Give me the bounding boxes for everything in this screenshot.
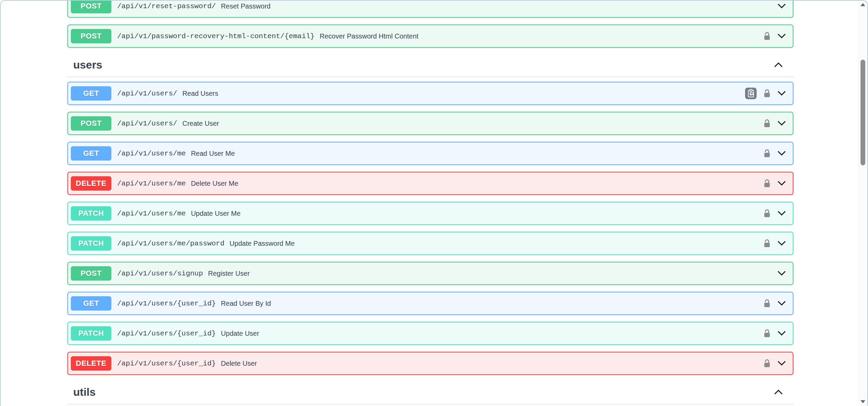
unlock-icon <box>763 89 771 98</box>
scroll-up-arrow-icon[interactable] <box>861 3 865 6</box>
endpoint-summary: Recover Password Html Content <box>320 32 419 40</box>
operation-row[interactable]: DELETE/api/v1/users/{user_id}Delete User <box>67 352 793 375</box>
chevron-up-icon <box>774 62 783 68</box>
authorize-lock-button[interactable] <box>763 209 771 218</box>
expand-operation-button[interactable] <box>777 361 786 366</box>
chevron-down-icon <box>777 331 786 336</box>
operation-controls <box>763 119 786 128</box>
chevron-down-icon <box>777 181 786 186</box>
unlock-icon <box>763 359 771 368</box>
operation-row[interactable]: POST/api/v1/reset-password/Reset Passwor… <box>67 0 793 18</box>
authorize-lock-button[interactable] <box>763 359 771 368</box>
section-header-utils[interactable]: utils <box>67 382 793 404</box>
collapse-section-button[interactable] <box>774 62 783 68</box>
method-badge: GET <box>71 296 111 311</box>
authorize-lock-button[interactable] <box>763 299 771 308</box>
expand-operation-button[interactable] <box>777 271 786 276</box>
expand-operation-button[interactable] <box>777 331 786 336</box>
endpoint-summary: Read Users <box>182 90 218 97</box>
method-badge: POST <box>71 116 111 131</box>
endpoint-path: /api/v1/users/ <box>117 90 177 97</box>
operation-controls <box>763 209 786 218</box>
api-docs-content: POST/api/v1/reset-password/Reset Passwor… <box>67 0 793 406</box>
method-badge: PATCH <box>71 326 111 341</box>
unlock-icon <box>763 329 771 338</box>
chevron-down-icon <box>777 151 786 156</box>
method-badge: PATCH <box>71 206 111 221</box>
authorize-lock-button[interactable] <box>763 119 771 128</box>
chevron-down-icon <box>777 241 786 246</box>
operation-controls <box>763 359 786 368</box>
authorize-lock-button[interactable] <box>763 239 771 248</box>
operation-controls <box>763 179 786 188</box>
method-badge: DELETE <box>71 356 111 371</box>
scrollbar-thumb[interactable] <box>861 60 865 165</box>
operation-controls <box>745 88 786 99</box>
endpoint-summary: Update User Me <box>191 210 241 217</box>
section-header-users[interactable]: users <box>67 55 793 77</box>
endpoint-path: /api/v1/users/{user_id} <box>117 360 216 367</box>
expand-operation-button[interactable] <box>777 33 786 39</box>
previous-section-operations: POST/api/v1/reset-password/Reset Passwor… <box>67 0 793 48</box>
expand-operation-button[interactable] <box>777 3 786 9</box>
endpoint-summary: Update Password Me <box>230 240 295 247</box>
unlock-icon <box>763 299 771 308</box>
expand-operation-button[interactable] <box>777 121 786 126</box>
operation-controls <box>777 3 786 9</box>
operation-row[interactable]: GET/api/v1/users/{user_id}Read User By I… <box>67 292 793 315</box>
chevron-down-icon <box>777 301 786 306</box>
method-badge: POST <box>71 0 111 13</box>
method-badge: POST <box>71 29 111 43</box>
method-badge: GET <box>71 86 111 101</box>
endpoint-summary: Read User Me <box>191 150 235 157</box>
endpoint-summary: Delete User <box>221 360 257 367</box>
method-badge: GET <box>71 146 111 161</box>
expand-operation-button[interactable] <box>777 151 786 156</box>
chevron-down-icon <box>777 361 786 366</box>
clipboard-copy-icon <box>745 88 757 99</box>
chevron-down-icon <box>777 121 786 126</box>
chevron-down-icon <box>777 271 786 276</box>
operation-row[interactable]: POST/api/v1/users/signupRegister User <box>67 262 793 285</box>
scroll-down-arrow-icon[interactable] <box>861 400 865 403</box>
unlock-icon <box>763 149 771 158</box>
chevron-down-icon <box>777 3 786 9</box>
operation-row[interactable]: DELETE/api/v1/users/meDelete User Me <box>67 172 793 195</box>
operation-controls <box>763 149 786 158</box>
expand-operation-button[interactable] <box>777 181 786 186</box>
operation-row[interactable]: GET/api/v1/users/Read Users <box>67 82 793 105</box>
endpoint-path: /api/v1/users/me <box>117 180 186 187</box>
expand-operation-button[interactable] <box>777 211 786 216</box>
endpoint-path: /api/v1/reset-password/ <box>117 2 216 10</box>
vertical-scrollbar[interactable] <box>858 0 867 406</box>
operation-row[interactable]: PATCH/api/v1/users/meUpdate User Me <box>67 202 793 225</box>
chevron-down-icon <box>777 91 786 96</box>
copy-to-clipboard-button[interactable] <box>745 88 757 99</box>
endpoint-path: /api/v1/users/me <box>117 210 186 217</box>
authorize-lock-button[interactable] <box>763 31 771 41</box>
collapse-section-button[interactable] <box>774 389 783 395</box>
expand-operation-button[interactable] <box>777 301 786 306</box>
endpoint-path: /api/v1/users/me <box>117 150 186 157</box>
expand-operation-button[interactable] <box>777 241 786 246</box>
authorize-lock-button[interactable] <box>763 329 771 338</box>
expand-operation-button[interactable] <box>777 91 786 96</box>
operation-row[interactable]: GET/api/v1/users/meRead User Me <box>67 142 793 165</box>
method-badge: DELETE <box>71 176 111 191</box>
operation-row[interactable]: PATCH/api/v1/users/me/passwordUpdate Pas… <box>67 232 793 255</box>
endpoint-summary: Read User By Id <box>221 300 271 307</box>
authorize-lock-button[interactable] <box>763 149 771 158</box>
operation-row[interactable]: PATCH/api/v1/users/{user_id}Update User <box>67 322 793 345</box>
authorize-lock-button[interactable] <box>763 89 771 98</box>
operation-row[interactable]: POST/api/v1/users/Create User <box>67 112 793 135</box>
endpoint-summary: Reset Password <box>221 2 271 10</box>
endpoint-summary: Register User <box>208 270 250 277</box>
endpoint-summary: Delete User Me <box>191 180 238 187</box>
method-badge: POST <box>71 266 111 281</box>
section-users: users GET/api/v1/users/Read UsersPOST/ap… <box>67 55 793 375</box>
operation-row[interactable]: POST/api/v1/password-recovery-html-conte… <box>67 25 793 48</box>
authorize-lock-button[interactable] <box>763 179 771 188</box>
unlock-icon <box>763 119 771 128</box>
operation-controls <box>763 31 786 41</box>
unlock-icon <box>763 209 771 218</box>
